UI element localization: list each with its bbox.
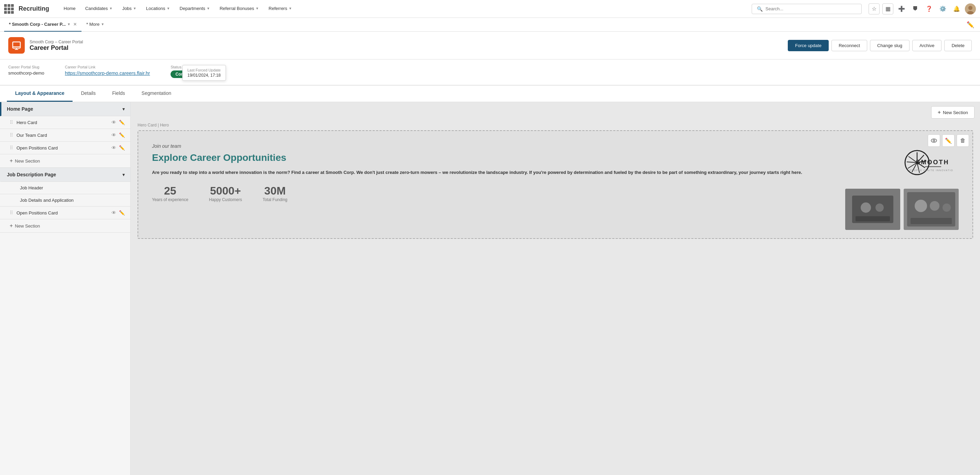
sidebar-item-open-positions-job: ⠿ Open Positions Card 👁 ✏️	[0, 207, 130, 219]
home-page-section-title: Home Page	[7, 106, 33, 112]
hero-photos	[845, 189, 959, 230]
portal-main-title: Career Portal	[30, 44, 83, 52]
svg-rect-3	[13, 42, 20, 48]
sub-navigation: * Smooth Corp - Career P... ▼ ✕ * More ▼…	[0, 18, 980, 32]
hero-left-content: Join our team Explore Career Opportuniti…	[152, 143, 832, 202]
add-button[interactable]: ➕	[896, 3, 907, 14]
content-area: + New Section Hero Card | Hero	[130, 102, 980, 475]
eye-icon[interactable]: 👁	[111, 145, 116, 151]
slug-label: Career Portal Slug	[8, 65, 45, 69]
nav-item-jobs[interactable]: Jobs ▼	[117, 0, 141, 18]
nav-item-referral-bonuses[interactable]: Referral Bonuses ▼	[215, 0, 264, 18]
new-section-button[interactable]: + New Section	[931, 106, 975, 119]
page-header-left: Smooth Corp – Career Portal Career Porta…	[8, 37, 83, 54]
sub-nav-item-career-portal[interactable]: * Smooth Corp - Career P... ▼ ✕	[4, 18, 81, 32]
svg-point-15	[861, 202, 871, 213]
tab-segmentation[interactable]: Segmentation	[134, 86, 180, 102]
nav-item-home[interactable]: Home	[59, 0, 81, 18]
tab-fields[interactable]: Fields	[104, 86, 133, 102]
nav-item-candidates[interactable]: Candidates ▼	[81, 0, 118, 18]
add-section-job-page[interactable]: + New Section	[0, 219, 130, 233]
nav-item-referrers[interactable]: Referrers ▼	[264, 0, 297, 18]
edit-icon[interactable]: ✏️	[119, 210, 125, 216]
hero-card-edit-button[interactable]: ✏️	[942, 134, 955, 147]
hero-card-preview: ✏️ 🗑 Join our team Explore Career Opport…	[138, 130, 973, 239]
star-button[interactable]: ☆	[869, 3, 880, 14]
photo-1	[845, 189, 900, 230]
tab-bar: Layout & Appearance Details Fields Segme…	[0, 86, 980, 102]
smooth-logo-svg: SMOOTH PEOPLE IGNITE INNOVATION	[898, 149, 953, 180]
nav-item-locations[interactable]: Locations ▼	[141, 0, 175, 18]
hero-card-actions: ✏️ 🗑	[928, 134, 969, 147]
delete-button[interactable]: Delete	[944, 40, 972, 51]
hero-card-delete-button[interactable]: 🗑	[957, 134, 969, 147]
nav-right-actions: ☆ ▦ ➕ ⛊ ❓ ⚙️ 🔔	[869, 3, 976, 14]
top-navigation: Recruiting Home Candidates ▼ Jobs ▼ Loca…	[0, 0, 980, 18]
archive-button[interactable]: Archive	[912, 40, 942, 51]
plus-icon: +	[10, 223, 13, 229]
job-details-label: Job Details and Application	[20, 198, 73, 203]
edit-pencil-icon[interactable]: ✏️	[965, 19, 976, 30]
stat-years-label: Years of experience	[152, 197, 188, 202]
edit-icon[interactable]: ✏️	[119, 132, 125, 138]
main-layout: Layout & Appearance Details Fields Segme…	[0, 86, 980, 475]
settings-icon[interactable]: ⚙️	[937, 3, 948, 14]
stat-funding-number: 30M	[263, 184, 288, 197]
stat-years: 25 Years of experience	[152, 184, 188, 202]
bookmark-button[interactable]: ▦	[882, 3, 893, 14]
job-header-label: Job Header	[20, 185, 43, 191]
tab-layout-appearance[interactable]: Layout & Appearance	[7, 86, 73, 102]
portal-link[interactable]: https://smoothcorp-demo.careers.flair.hr	[65, 70, 150, 76]
search-icon: 🔍	[757, 6, 763, 12]
caret-icon: ▼	[166, 6, 170, 10]
nav-item-departments[interactable]: Departments ▼	[175, 0, 215, 18]
drag-handle-icon[interactable]: ⠿	[10, 132, 13, 138]
new-section-label: New Section	[943, 110, 968, 115]
caret-icon: ▼	[133, 6, 137, 10]
sidebar-item-our-team-card: ⠿ Our Team Card 👁 ✏️	[0, 129, 130, 141]
force-update-button[interactable]: Force update	[788, 40, 829, 51]
drag-handle-icon[interactable]: ⠿	[10, 120, 13, 125]
avatar[interactable]	[965, 3, 976, 14]
caret-icon: ▼	[109, 6, 113, 10]
portal-meta: Career Portal Slug smoothcorp-demo Caree…	[0, 59, 980, 86]
svg-point-7	[931, 139, 937, 142]
hero-inner-content: Join our team Explore Career Opportuniti…	[138, 131, 972, 238]
smooth-brand-logo: SMOOTH PEOPLE IGNITE INNOVATION	[892, 143, 959, 185]
tab-details[interactable]: Details	[73, 86, 104, 102]
hero-right-content: SMOOTH PEOPLE IGNITE INNOVATION	[845, 143, 959, 230]
help-icon[interactable]: ❓	[924, 3, 935, 14]
add-section-home-page[interactable]: + New Section	[0, 154, 130, 168]
page-header: Smooth Corp – Career Portal Career Porta…	[0, 32, 980, 59]
svg-point-16	[875, 203, 884, 212]
close-tab-icon[interactable]: ✕	[73, 22, 77, 27]
hero-card-eye-button[interactable]	[928, 134, 940, 147]
caret-icon: ▼	[256, 6, 259, 10]
hero-title: Explore Career Opportunities	[152, 152, 832, 163]
sub-nav-item-more[interactable]: * More ▼	[81, 18, 109, 32]
portal-icon	[8, 37, 25, 54]
sidebar: Home Page ▾ ⠿ Hero Card 👁 ✏️	[0, 102, 130, 475]
change-slug-button[interactable]: Change slug	[870, 40, 910, 51]
search-input[interactable]	[765, 6, 857, 11]
eye-icon[interactable]: 👁	[111, 210, 116, 216]
home-page-section-header[interactable]: Home Page ▾	[0, 102, 130, 116]
search-bar[interactable]: 🔍	[752, 4, 862, 14]
hero-stats: 25 Years of experience 5000+ Happy Custo…	[152, 184, 832, 202]
app-grid-icon[interactable]	[4, 4, 14, 14]
reconnect-button[interactable]: Reconnect	[832, 40, 867, 51]
eye-icon[interactable]: 👁	[111, 132, 116, 138]
svg-point-8	[933, 140, 935, 141]
job-description-section-header[interactable]: Job Description Page ▾	[0, 168, 130, 182]
meta-slug: Career Portal Slug smoothcorp-demo	[8, 65, 45, 76]
chevron-down-icon: ▾	[123, 172, 125, 177]
setup-icon[interactable]: ⛊	[910, 3, 921, 14]
bell-icon[interactable]: 🔔	[951, 3, 962, 14]
edit-icon[interactable]: ✏️	[119, 120, 125, 125]
plus-icon: +	[10, 158, 13, 164]
edit-icon[interactable]: ✏️	[119, 145, 125, 151]
drag-handle-icon[interactable]: ⠿	[10, 145, 13, 151]
eye-icon[interactable]: 👁	[111, 120, 116, 125]
hero-card-label: Hero Card	[16, 120, 37, 125]
drag-handle-icon[interactable]: ⠿	[10, 210, 13, 216]
